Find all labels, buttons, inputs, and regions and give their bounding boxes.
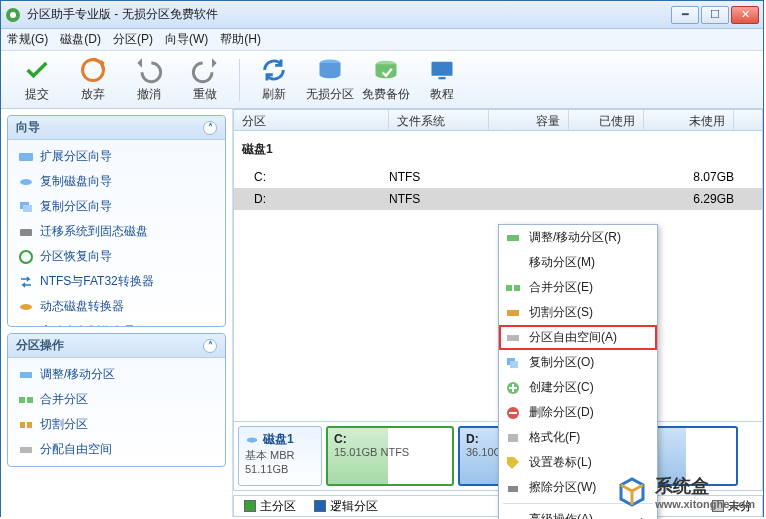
ctx-move[interactable]: 移动分区(M) [499, 250, 657, 275]
menubar: 常规(G) 磁盘(D) 分区(P) 向导(W) 帮助(H) [1, 29, 763, 51]
sidebar-op-split[interactable]: 切割分区 [8, 412, 225, 437]
svg-rect-10 [23, 205, 32, 212]
maximize-button[interactable]: ☐ [701, 6, 729, 24]
svg-rect-22 [20, 447, 32, 453]
svg-rect-25 [506, 285, 512, 291]
svg-point-8 [20, 179, 32, 185]
sidebar-op-allocate[interactable]: 分配自由空间 [8, 437, 225, 462]
window-controls: ━ ☐ ✕ [671, 6, 759, 24]
menu-help[interactable]: 帮助(H) [220, 31, 261, 48]
ctx-allocate[interactable]: 分区自由空间(A) [499, 325, 657, 350]
svg-rect-17 [20, 372, 32, 378]
app-window: 分区助手专业版 - 无损分区免费软件 ━ ☐ ✕ 常规(G) 磁盘(D) 分区(… [0, 0, 764, 517]
table-row[interactable]: D: NTFS 6.29GB [234, 188, 762, 210]
ctx-copy[interactable]: 复制分区(O) [499, 350, 657, 375]
commit-button[interactable]: 提交 [9, 56, 65, 103]
sidebar-item-recover[interactable]: 分区恢复向导 [8, 244, 225, 269]
svg-rect-6 [439, 77, 446, 79]
watermark: 系统盒 www.xitonghe.com [615, 474, 755, 510]
sidebar-item-dynamic[interactable]: 动态磁盘转换器 [8, 294, 225, 319]
ctx-split[interactable]: 切割分区(S) [499, 300, 657, 325]
backup-button[interactable]: 免费备份 [358, 56, 414, 103]
svg-point-13 [20, 304, 32, 310]
svg-rect-33 [508, 434, 518, 442]
sidebar-item-extend[interactable]: 扩展分区向导 [8, 144, 225, 169]
disk-card[interactable]: 磁盘1 基本 MBR 51.11GB [238, 426, 322, 486]
svg-rect-26 [514, 285, 520, 291]
svg-point-12 [20, 251, 32, 263]
svg-rect-30 [510, 361, 518, 368]
toolbar: 提交 放弃 撤消 重做 刷新 无损分区 免费备份 教程 [1, 51, 763, 109]
ctx-resize[interactable]: 调整/移动分区(R) [499, 225, 657, 250]
col-free[interactable]: 未使用 [644, 110, 734, 130]
legend-logical: 逻辑分区 [314, 498, 378, 515]
disk-icon [245, 433, 259, 447]
close-button[interactable]: ✕ [731, 6, 759, 24]
wizard-list: 扩展分区向导 复制磁盘向导 复制分区向导 迁移系统到固态磁盘 分区恢复向导 NT… [8, 140, 225, 326]
sidebar-item-convert[interactable]: NTFS与FAT32转换器 [8, 269, 225, 294]
titlebar: 分区助手专业版 - 无损分区免费软件 ━ ☐ ✕ [1, 1, 763, 29]
wizard-panel: 向导 ˄ 扩展分区向导 复制磁盘向导 复制分区向导 迁移系统到固态磁盘 分区恢复… [7, 115, 226, 327]
window-title: 分区助手专业版 - 无损分区免费软件 [27, 6, 671, 23]
col-used[interactable]: 已使用 [569, 110, 644, 130]
sidebar: 向导 ˄ 扩展分区向导 复制磁盘向导 复制分区向导 迁移系统到固态磁盘 分区恢复… [1, 109, 233, 517]
sidebar-op-resize[interactable]: 调整/移动分区 [8, 362, 225, 387]
legend-primary: 主分区 [244, 498, 296, 515]
sidebar-item-migrate[interactable]: 迁移系统到固态磁盘 [8, 219, 225, 244]
menu-general[interactable]: 常规(G) [7, 31, 48, 48]
ops-panel: 分区操作 ˄ 调整/移动分区 合并分区 切割分区 分配自由空间 [7, 333, 226, 467]
svg-point-1 [10, 12, 16, 18]
minimize-button[interactable]: ━ [671, 6, 699, 24]
sidebar-item-copydisk[interactable]: 复制磁盘向导 [8, 169, 225, 194]
svg-rect-28 [507, 335, 519, 341]
toolbar-separator [239, 59, 240, 101]
chevron-right-icon: ▸ [641, 513, 647, 520]
ctx-create[interactable]: 创建分区(C) [499, 375, 657, 400]
tutorial-button[interactable]: 教程 [414, 56, 470, 103]
ops-title: 分区操作 [16, 337, 64, 354]
col-partition[interactable]: 分区 [234, 110, 389, 130]
redo-button[interactable]: 重做 [177, 56, 233, 103]
sidebar-item-bootcd[interactable]: 启动光盘制作向导 [8, 319, 225, 326]
wizard-title: 向导 [16, 119, 40, 136]
ctx-format[interactable]: 格式化(F) [499, 425, 657, 450]
sidebar-item-copypart[interactable]: 复制分区向导 [8, 194, 225, 219]
svg-rect-11 [20, 229, 32, 236]
content-area: 向导 ˄ 扩展分区向导 复制磁盘向导 复制分区向导 迁移系统到固态磁盘 分区恢复… [1, 109, 763, 517]
collapse-icon[interactable]: ˄ [203, 339, 217, 353]
svg-rect-34 [508, 486, 518, 492]
col-capacity[interactable]: 容量 [489, 110, 569, 130]
svg-point-14 [20, 326, 32, 327]
menu-disk[interactable]: 磁盘(D) [60, 31, 101, 48]
svg-rect-19 [27, 397, 33, 403]
lossless-button[interactable]: 无损分区 [302, 56, 358, 103]
svg-rect-5 [432, 62, 453, 76]
wizard-panel-header[interactable]: 向导 ˄ [8, 116, 225, 140]
svg-point-23 [247, 437, 258, 442]
undo-button[interactable]: 撤消 [121, 56, 177, 103]
menu-wizard[interactable]: 向导(W) [165, 31, 208, 48]
collapse-icon[interactable]: ˄ [203, 121, 217, 135]
discard-button[interactable]: 放弃 [65, 56, 121, 103]
svg-rect-7 [19, 153, 33, 161]
sidebar-op-merge[interactable]: 合并分区 [8, 387, 225, 412]
refresh-button[interactable]: 刷新 [246, 56, 302, 103]
ctx-label[interactable]: 设置卷标(L) [499, 450, 657, 475]
svg-rect-18 [19, 397, 25, 403]
app-icon [5, 7, 21, 23]
svg-rect-27 [507, 310, 519, 316]
menu-partition[interactable]: 分区(P) [113, 31, 153, 48]
col-filesystem[interactable]: 文件系统 [389, 110, 489, 130]
svg-rect-24 [507, 235, 519, 241]
table-row[interactable]: C: NTFS 8.07GB [234, 166, 762, 188]
watermark-logo-icon [615, 475, 649, 509]
ctx-delete[interactable]: 删除分区(D) [499, 400, 657, 425]
ops-panel-header[interactable]: 分区操作 ˄ [8, 334, 225, 358]
disk-label: 磁盘1 [234, 137, 762, 166]
partition-bar-c[interactable]: C: 15.01GB NTFS [326, 426, 454, 486]
ctx-merge[interactable]: 合并分区(E) [499, 275, 657, 300]
grid-header: 分区 文件系统 容量 已使用 未使用 [233, 109, 763, 131]
ops-list: 调整/移动分区 合并分区 切割分区 分配自由空间 [8, 358, 225, 466]
